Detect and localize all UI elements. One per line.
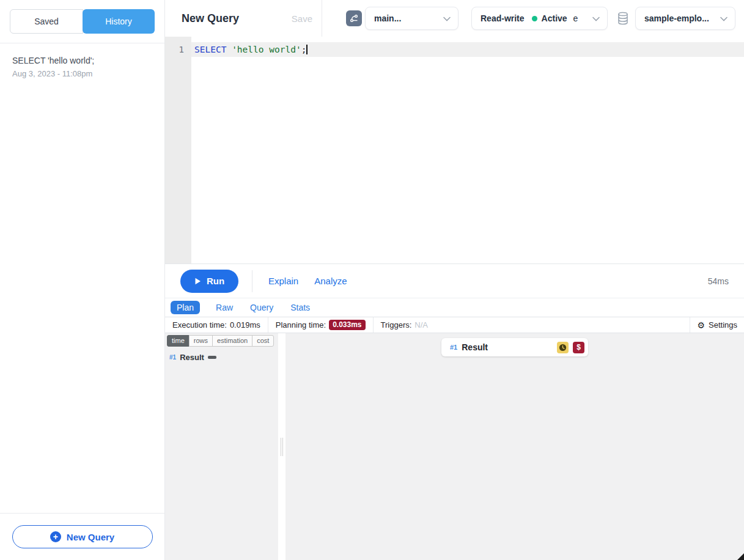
- branch-icon: [346, 10, 362, 26]
- metric-tab-rows[interactable]: rows: [189, 335, 213, 347]
- main-panel: New Query Save main...: [165, 0, 744, 560]
- plan-metric-tabs: time rows estimation cost: [167, 335, 276, 347]
- text-cursor: [306, 45, 308, 54]
- code-line: SELECT 'hello world';: [191, 42, 744, 57]
- compute-truncated-text: e: [573, 13, 578, 23]
- compute-mode: Read-write: [481, 13, 525, 23]
- branch-select-value: main...: [374, 13, 401, 23]
- code-area[interactable]: SELECT 'hello world';: [191, 37, 744, 263]
- sidebar-header: Saved History: [0, 0, 164, 43]
- explain-button[interactable]: Explain: [268, 276, 298, 286]
- metric-tab-time[interactable]: time: [167, 335, 190, 347]
- database-select[interactable]: sample-emplo...: [635, 7, 735, 30]
- database-icon: [616, 11, 630, 26]
- active-status-dot-icon: [532, 16, 537, 21]
- compute-select[interactable]: Read-write Active e: [471, 7, 608, 30]
- main-header: New Query Save main...: [165, 0, 744, 37]
- history-list: SELECT 'hello world'; Aug 3, 2023 - 11:0…: [0, 43, 164, 513]
- tab-query[interactable]: Query: [249, 301, 274, 314]
- chevron-down-icon: [720, 13, 727, 23]
- sql-terminator: ;: [301, 45, 307, 54]
- tab-history[interactable]: History: [83, 9, 155, 34]
- node-label: Result: [462, 342, 488, 352]
- plan-diagram-node[interactable]: #1 Result $: [441, 338, 588, 356]
- compute-status: Active: [542, 13, 567, 23]
- plan-diagram[interactable]: #1 Result $: [285, 333, 744, 560]
- history-item-query: SELECT 'hello world';: [12, 56, 152, 65]
- tab-raw[interactable]: Raw: [215, 301, 234, 314]
- dollar-badge-icon: $: [573, 342, 584, 353]
- analyze-button[interactable]: Analyze: [314, 276, 347, 286]
- line-number: 1: [165, 42, 191, 57]
- run-bar: Run Explain Analyze 54ms: [165, 264, 744, 298]
- run-button-label: Run: [207, 276, 224, 286]
- settings-button[interactable]: ⚙ Settings: [690, 317, 744, 333]
- divider: [252, 270, 252, 292]
- execution-time-stat: Execution time: 0.019ms: [165, 317, 268, 333]
- result-tabs: Plan Raw Query Stats: [165, 298, 744, 317]
- plan-node-id: #1: [169, 354, 176, 361]
- metric-tab-cost[interactable]: cost: [252, 335, 274, 347]
- new-query-button-label: New Query: [67, 532, 114, 542]
- chevron-down-icon: [443, 13, 451, 23]
- history-item[interactable]: SELECT 'hello world'; Aug 3, 2023 - 11:0…: [12, 56, 152, 78]
- sql-editor[interactable]: 1 SELECT 'hello world';: [165, 37, 744, 264]
- connection-controls: main... Read-write Active e: [322, 0, 744, 37]
- metric-tab-estimation[interactable]: estimation: [212, 335, 252, 347]
- plan-tree-panel: time rows estimation cost #1 Result: [165, 333, 278, 560]
- query-sidebar: Saved History SELECT 'hello world'; Aug …: [0, 0, 165, 560]
- plan-tree-row[interactable]: #1 Result: [169, 353, 276, 362]
- database-select-value: sample-emplo...: [644, 13, 709, 23]
- play-icon: [194, 278, 201, 285]
- branch-select[interactable]: main...: [365, 7, 459, 30]
- tab-saved[interactable]: Saved: [10, 9, 83, 34]
- execution-time-value: 0.019ms: [230, 320, 260, 330]
- node-id: #1: [450, 344, 457, 351]
- resize-grip[interactable]: [737, 553, 744, 560]
- time-bar: [208, 356, 216, 359]
- gear-icon: ⚙: [697, 321, 705, 330]
- plan-visualizer: time rows estimation cost #1 Result #1 R…: [165, 333, 744, 560]
- sql-string: 'hello world': [232, 45, 301, 54]
- run-button[interactable]: Run: [180, 270, 238, 293]
- node-badges: $: [557, 342, 584, 353]
- settings-label: Settings: [709, 320, 737, 330]
- planning-time-stat: Planning time: 0.033ms: [268, 317, 373, 333]
- planning-time-label: Planning time:: [276, 320, 326, 330]
- sidebar-footer: + New Query: [0, 513, 164, 560]
- tab-stats[interactable]: Stats: [289, 301, 311, 314]
- triggers-stat: Triggers: N/A: [373, 317, 435, 333]
- triggers-value: N/A: [414, 320, 428, 330]
- execution-time-label: Execution time:: [172, 320, 227, 330]
- query-title-section: New Query Save: [165, 0, 322, 37]
- saved-history-toggle: Saved History: [10, 9, 155, 34]
- planning-time-badge: 0.033ms: [329, 320, 365, 330]
- new-query-button[interactable]: + New Query: [12, 525, 153, 548]
- editor-gutter: 1: [165, 37, 191, 263]
- plus-icon: +: [50, 531, 61, 542]
- sql-keyword: SELECT: [194, 45, 226, 54]
- triggers-label: Triggers:: [381, 320, 412, 330]
- clock-badge-icon: [557, 342, 569, 353]
- chevron-down-icon: [592, 13, 600, 23]
- save-button[interactable]: Save: [292, 13, 312, 24]
- page-title: New Query: [182, 12, 239, 25]
- query-duration: 54ms: [708, 276, 729, 286]
- pane-splitter[interactable]: [278, 333, 285, 560]
- splitter-grip-icon: [281, 438, 283, 456]
- tab-plan[interactable]: Plan: [171, 301, 200, 314]
- history-item-timestamp: Aug 3, 2023 - 11:08pm: [12, 69, 152, 78]
- plan-node-label: Result: [180, 353, 204, 362]
- plan-stats-bar: Execution time: 0.019ms Planning time: 0…: [165, 317, 744, 333]
